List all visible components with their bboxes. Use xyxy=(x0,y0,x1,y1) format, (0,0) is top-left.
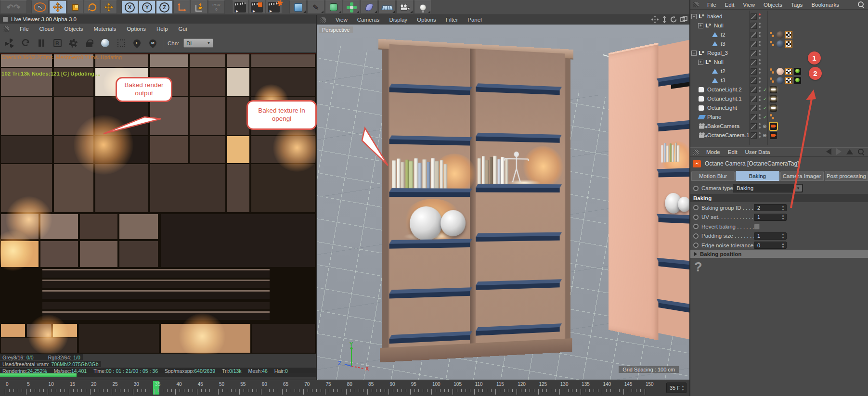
om-menu-objects[interactable]: Objects xyxy=(764,2,782,8)
phong-tag-icon[interactable] xyxy=(770,41,775,47)
workplane-icon[interactable] xyxy=(191,0,207,14)
rotate-tool-icon[interactable] xyxy=(84,0,100,14)
tree-item-label[interactable]: t3 xyxy=(721,41,725,47)
tree-item-label[interactable]: Null xyxy=(714,23,724,28)
visibility-dots-icon[interactable] xyxy=(759,23,761,28)
viewport-pan-icon[interactable] xyxy=(651,16,659,23)
settings-gear-icon[interactable] xyxy=(67,38,79,49)
reset-icon[interactable]: R xyxy=(52,38,63,49)
live-selection-icon[interactable]: ↖ xyxy=(31,0,49,14)
layer-box-icon[interactable] xyxy=(751,87,757,93)
viewport-dolly-icon[interactable] xyxy=(661,16,667,23)
tree-item-null[interactable]: +L⁰Null xyxy=(690,21,868,30)
tree-item-octanelight.2[interactable]: OctaneLight.2✓ xyxy=(690,85,868,94)
tree-item-label[interactable]: t2 xyxy=(721,32,725,38)
uvw-tag-icon[interactable] xyxy=(785,31,792,38)
uvw-tag-icon[interactable] xyxy=(785,40,792,48)
octane-camera-tag-icon[interactable] xyxy=(770,123,777,130)
render-settings-icon[interactable] xyxy=(266,0,282,14)
enabled-check-icon[interactable]: ✓ xyxy=(763,87,767,92)
tree-item-t2[interactable]: t2 xyxy=(690,67,868,76)
move-tool-icon[interactable] xyxy=(49,0,66,14)
history-back-icon[interactable] xyxy=(826,148,831,155)
menu-grip-icon[interactable] xyxy=(4,26,9,32)
stepper-icon[interactable]: ▲▼ xyxy=(781,214,785,220)
last-tool-icon[interactable] xyxy=(101,0,117,14)
enabled-check-icon[interactable]: ✓ xyxy=(763,115,767,120)
layer-box-icon[interactable] xyxy=(751,41,757,47)
tree-item-label[interactable]: OctaneLight.1 xyxy=(707,96,742,102)
lock-y-axis-icon[interactable]: Y xyxy=(139,0,155,14)
focus-picker-icon[interactable]: F xyxy=(131,38,143,49)
layer-box-icon[interactable] xyxy=(751,123,757,129)
lv-menu-materials[interactable]: Materials xyxy=(94,26,117,32)
layer-box-icon[interactable] xyxy=(751,50,757,56)
layer-box-icon[interactable] xyxy=(751,114,757,120)
vp-menu-display[interactable]: Display xyxy=(389,17,407,23)
bend-deformer-icon[interactable] xyxy=(361,0,378,14)
visibility-dots-icon[interactable] xyxy=(759,96,761,102)
camera-type-dropdown[interactable]: Baking ▼ xyxy=(733,184,803,192)
render-view-icon[interactable] xyxy=(232,0,248,14)
layer-box-icon[interactable] xyxy=(751,132,757,139)
layer-box-icon[interactable] xyxy=(751,68,757,75)
pause-render-icon[interactable] xyxy=(36,38,47,49)
menu-grip-icon[interactable] xyxy=(693,2,699,7)
render-region-icon[interactable] xyxy=(115,38,127,49)
tree-item-plane[interactable]: Plane✓ xyxy=(690,113,868,121)
coordinate-system-icon[interactable] xyxy=(173,0,190,14)
vp-menu-filter[interactable]: Filter xyxy=(446,17,458,23)
tab-camera-imager[interactable]: Camera Imager xyxy=(780,171,824,181)
visibility-dots-icon[interactable] xyxy=(759,87,761,92)
phong-tag-icon[interactable] xyxy=(770,32,775,38)
vp-menu-cameras[interactable]: Cameras xyxy=(357,17,380,23)
viewport-3d[interactable]: View Cameras Display Options Filter Pane… xyxy=(317,15,689,380)
expander-icon[interactable]: − xyxy=(691,51,697,56)
vp-menu-panel[interactable]: Panel xyxy=(467,17,481,23)
tree-item-t3[interactable]: t3 xyxy=(690,76,868,85)
tab-baking[interactable]: Baking xyxy=(736,171,779,181)
lv-menu-file[interactable]: File xyxy=(20,26,29,32)
expander-icon[interactable]: − xyxy=(691,14,697,19)
tree-item-bakecamera[interactable]: BakeCamera⊕ xyxy=(690,122,868,130)
tree-item-baked[interactable]: −L⁰baked xyxy=(690,12,868,21)
uvw-tag-icon[interactable] xyxy=(785,68,792,75)
tree-item-t3[interactable]: t3 xyxy=(690,39,868,48)
viewport-rotate-icon[interactable] xyxy=(670,16,677,23)
visibility-dots-icon[interactable] xyxy=(759,41,761,47)
om-menu-file[interactable]: File xyxy=(707,2,716,8)
tree-item-regal_3[interactable]: −L⁰Regal_3 xyxy=(690,49,868,57)
attr-number-field[interactable]: 1▲▼ xyxy=(754,214,787,221)
material-tag-icon[interactable] xyxy=(777,68,784,75)
mannequin-figure[interactable] xyxy=(503,151,530,185)
material-tag-icon[interactable] xyxy=(777,40,784,48)
psr-icon[interactable]: PSR0 xyxy=(208,0,225,14)
tree-item-label[interactable]: t2 xyxy=(721,68,725,74)
visibility-dots-icon[interactable] xyxy=(759,59,761,65)
tree-item-t2[interactable]: t2 xyxy=(690,30,868,39)
expander-icon[interactable]: + xyxy=(698,60,703,65)
lv-menu-objects[interactable]: Objects xyxy=(65,26,83,32)
om-menu-view[interactable]: View xyxy=(743,2,755,8)
menu-grip-icon[interactable] xyxy=(693,150,699,155)
visibility-dots-icon[interactable] xyxy=(759,132,761,138)
attr-search-icon[interactable] xyxy=(858,149,864,155)
enabled-check-icon[interactable]: ✓ xyxy=(763,105,767,111)
attr-menu-userdata[interactable]: User Data xyxy=(745,149,770,155)
layer-box-icon[interactable] xyxy=(751,105,757,111)
viewport-scene[interactable]: Perspective Grid Spacing : 100 cm Y X Z xyxy=(317,25,689,380)
om-menu-edit[interactable]: Edit xyxy=(725,2,735,8)
baking-position-group[interactable]: Baking position xyxy=(690,250,868,258)
undo-icon[interactable]: ↶↷ xyxy=(0,0,27,14)
octane-logo-icon[interactable] xyxy=(4,38,15,49)
lv-menu-help[interactable]: Help xyxy=(156,26,168,32)
layer-box-icon[interactable] xyxy=(751,77,757,84)
material-tag-icon[interactable] xyxy=(777,77,784,84)
material-tag-icon[interactable] xyxy=(777,31,784,38)
phong-tag-icon[interactable] xyxy=(770,68,775,74)
om-menu-bookmarks[interactable]: Bookmarks xyxy=(811,2,839,8)
tab-post-processing[interactable]: Post processing xyxy=(825,171,868,181)
floor-icon[interactable] xyxy=(378,0,396,14)
bookshelf-baked[interactable] xyxy=(382,39,570,362)
menu-grip-icon[interactable] xyxy=(321,17,326,23)
